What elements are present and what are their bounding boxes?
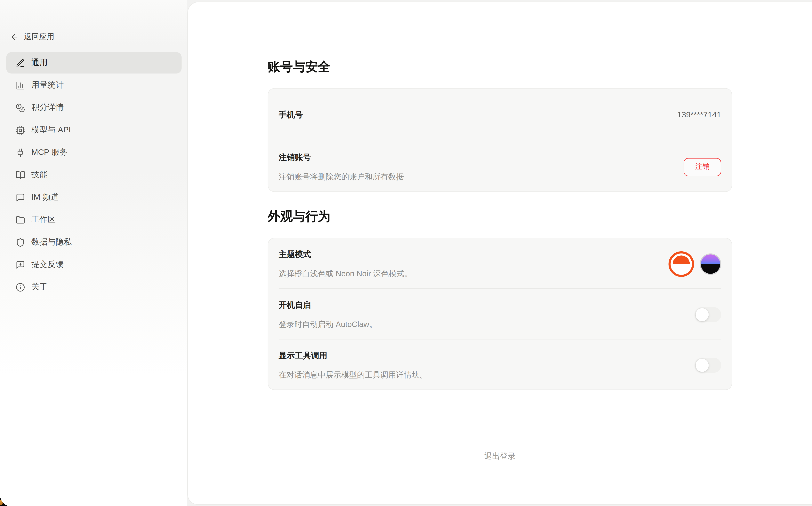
message-square-icon <box>16 193 25 202</box>
settings-sidebar: 返回应用 通用 用量统计 <box>0 0 187 506</box>
settings-main-panel: 账号与安全 手机号 139****7141 注销账号 注销账号将删除您的账户和所… <box>187 2 812 504</box>
sidebar-item-label: 模型与 API <box>31 124 71 136</box>
sidebar-item-label: 关于 <box>31 281 48 292</box>
account-security-card: 手机号 139****7141 注销账号 注销账号将删除您的账户和所有数据 注销 <box>268 88 732 192</box>
sidebar-item-label: 提交反馈 <box>31 259 64 270</box>
theme-swatches <box>669 251 721 277</box>
delete-account-description: 注销账号将删除您的账户和所有数据 <box>279 171 404 182</box>
info-icon <box>16 282 25 292</box>
sidebar-item-label: 通用 <box>31 57 48 68</box>
sidebar-item-mcp-services[interactable]: MCP 服务 <box>6 142 182 163</box>
theme-mode-row: 主题模式 选择橙白浅色或 Neon Noir 深色模式。 <box>268 238 732 288</box>
plug-icon <box>16 148 25 157</box>
theme-light-swatch[interactable] <box>669 251 694 277</box>
settings-content: 账号与安全 手机号 139****7141 注销账号 注销账号将删除您的账户和所… <box>268 2 732 461</box>
sidebar-item-credits[interactable]: 积分详情 <box>6 97 182 118</box>
sidebar-item-workspace[interactable]: 工作区 <box>6 209 182 231</box>
sidebar-item-im-channels[interactable]: IM 频道 <box>6 187 182 208</box>
back-to-app-button[interactable]: 返回应用 <box>10 32 54 42</box>
sidebar-item-label: 积分详情 <box>31 102 64 113</box>
show-tool-calls-row: 显示工具调用 在对话消息中展示模型的工具调用详情块。 <box>268 339 732 390</box>
phone-number-value: 139****7141 <box>677 110 721 119</box>
appearance-behavior-title: 外观与行为 <box>268 208 732 224</box>
autostart-description: 登录时自动启动 AutoClaw。 <box>279 319 377 330</box>
sidebar-item-data-privacy[interactable]: 数据与隐私 <box>6 232 182 253</box>
sidebar-item-skills[interactable]: 技能 <box>6 164 182 186</box>
autostart-toggle-knob <box>696 308 709 321</box>
bar-chart-icon <box>16 81 25 90</box>
theme-dark-swatch[interactable] <box>700 253 721 274</box>
appearance-behavior-card: 主题模式 选择橙白浅色或 Neon Noir 深色模式。 <box>268 238 732 390</box>
show-tool-calls-description: 在对话消息中展示模型的工具调用详情块。 <box>279 369 427 380</box>
coins-icon <box>16 103 25 112</box>
delete-account-label: 注销账号 <box>279 152 404 163</box>
shield-icon <box>16 238 25 247</box>
arrow-left-icon <box>10 32 19 41</box>
cpu-icon <box>16 125 25 135</box>
theme-mode-text: 主题模式 选择橙白浅色或 Neon Noir 深色模式。 <box>279 249 412 279</box>
phone-number-row: 手机号 139****7141 <box>268 89 732 141</box>
sidebar-item-label: 技能 <box>31 169 48 180</box>
message-square-plus-icon <box>16 260 25 269</box>
sidebar-item-about[interactable]: 关于 <box>6 276 182 298</box>
sidebar-item-models-api[interactable]: 模型与 API <box>6 119 182 141</box>
show-tool-calls-label: 显示工具调用 <box>279 350 427 361</box>
theme-mode-description: 选择橙白浅色或 Neon Noir 深色模式。 <box>279 268 412 279</box>
autostart-text: 开机自启 登录时自动启动 AutoClaw。 <box>279 299 377 330</box>
phone-number-label: 手机号 <box>279 109 303 120</box>
sidebar-item-usage-stats[interactable]: 用量统计 <box>6 75 182 96</box>
sidebar-item-label: 用量统计 <box>31 80 64 91</box>
sidebar-item-label: IM 频道 <box>31 192 59 203</box>
folder-icon <box>16 215 25 225</box>
account-security-title: 账号与安全 <box>268 59 732 75</box>
autostart-label: 开机自启 <box>279 299 377 311</box>
sidebar-nav: 通用 用量统计 积分详情 <box>6 52 182 299</box>
theme-light-swatch-core <box>673 255 690 272</box>
autostart-row: 开机自启 登录时自动启动 AutoClaw。 <box>268 289 732 339</box>
back-to-app-label: 返回应用 <box>24 32 54 42</box>
delete-account-row: 注销账号 注销账号将删除您的账户和所有数据 注销 <box>268 141 732 191</box>
settings-window: 返回应用 通用 用量统计 <box>0 0 812 506</box>
theme-mode-label: 主题模式 <box>279 249 412 260</box>
show-tool-calls-toggle[interactable] <box>694 357 721 372</box>
show-tool-calls-text: 显示工具调用 在对话消息中展示模型的工具调用详情块。 <box>279 350 427 380</box>
delete-account-button[interactable]: 注销 <box>684 158 721 176</box>
sidebar-item-label: MCP 服务 <box>31 147 68 158</box>
sidebar-item-feedback[interactable]: 提交反馈 <box>6 254 182 275</box>
book-open-icon <box>16 170 25 180</box>
sidebar-item-general[interactable]: 通用 <box>6 52 182 74</box>
delete-account-text: 注销账号 注销账号将删除您的账户和所有数据 <box>279 152 404 182</box>
settings-shell: 返回应用 通用 用量统计 <box>0 0 812 506</box>
autostart-toggle[interactable] <box>694 307 721 322</box>
sidebar-item-label: 工作区 <box>31 214 56 225</box>
sidebar-item-label: 数据与隐私 <box>31 237 72 248</box>
logout-button[interactable]: 退出登录 <box>484 451 516 461</box>
show-tool-calls-toggle-knob <box>696 358 709 371</box>
pencil-icon <box>16 58 25 68</box>
